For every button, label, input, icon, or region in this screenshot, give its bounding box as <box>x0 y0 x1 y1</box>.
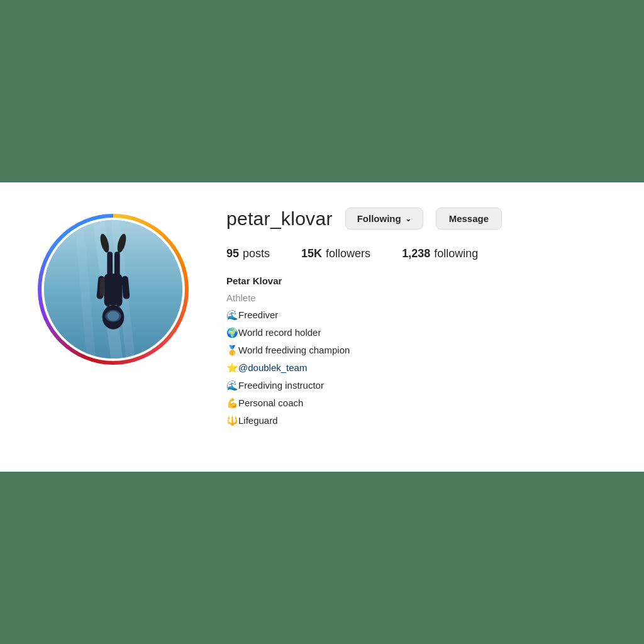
top-background <box>0 0 644 182</box>
message-button[interactable]: Message <box>436 208 502 230</box>
following-label: Following <box>357 213 401 224</box>
posts-stat: 95 posts <box>226 247 270 260</box>
following-count: 1,238 <box>402 247 430 260</box>
chevron-down-icon: ⌄ <box>405 214 411 223</box>
bottom-background <box>0 472 644 644</box>
stats-row: 95 posts 15K followers 1,238 following <box>226 247 606 260</box>
followers-label: followers <box>326 247 370 260</box>
svg-rect-16 <box>100 278 105 296</box>
avatar-ring <box>38 214 189 365</box>
username-row: petar_klovar Following ⌄ Message <box>226 208 606 230</box>
followers-count: 15K <box>301 247 322 260</box>
bio-link[interactable]: ⭐@doublek_team <box>226 360 606 375</box>
avatar[interactable] <box>42 218 185 361</box>
bio-line-4: 🌊Freediving instructor <box>226 378 606 393</box>
bio-line-2: 🌍World record holder <box>226 325 606 340</box>
username: petar_klovar <box>226 208 333 230</box>
bio-line-1: 🌊Freediver <box>226 308 606 323</box>
posts-count: 95 <box>226 247 239 260</box>
posts-label: posts <box>243 247 270 260</box>
svg-rect-7 <box>107 252 113 276</box>
bio-category: Athlete <box>226 291 606 306</box>
message-label: Message <box>449 213 489 224</box>
diver-image <box>44 220 182 358</box>
profile-card: petar_klovar Following ⌄ Message 95 post… <box>0 182 644 472</box>
svg-point-15 <box>107 311 119 321</box>
profile-info: petar_klovar Following ⌄ Message 95 post… <box>226 208 606 428</box>
bio-line-3: 🥇World freediving champion <box>226 343 606 358</box>
bio-line-5: 💪Personal coach <box>226 396 606 411</box>
bio-line-6: 🔱Lifeguard <box>226 413 606 428</box>
following-label: following <box>434 247 478 260</box>
bio-section: Petar Klovar Athlete 🌊Freediver 🌍World r… <box>226 274 606 428</box>
followers-stat: 15K followers <box>301 247 370 260</box>
following-button[interactable]: Following ⌄ <box>345 208 423 230</box>
svg-rect-9 <box>104 274 123 307</box>
following-stat: 1,238 following <box>402 247 478 260</box>
svg-rect-8 <box>114 252 120 276</box>
bio-name: Petar Klovar <box>226 274 606 289</box>
